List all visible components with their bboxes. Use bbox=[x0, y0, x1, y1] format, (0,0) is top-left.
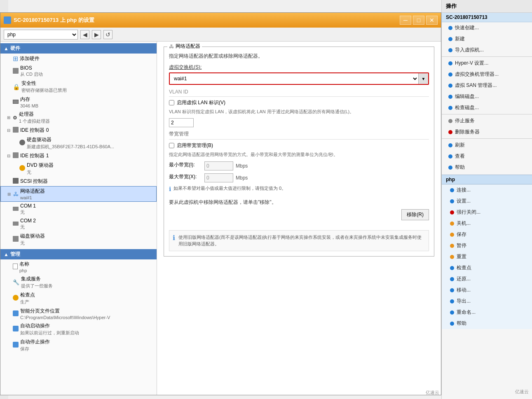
quick-create-label: 快速创建... bbox=[455, 24, 479, 31]
sidebar-item-quick-create[interactable]: 快速创建... bbox=[442, 22, 532, 33]
autostop-icon bbox=[13, 342, 19, 349]
tree-item-dvd0[interactable]: DVD 驱动器 无 bbox=[0, 161, 157, 177]
section-title-label: 网络适配器 bbox=[176, 43, 200, 50]
maximize-button[interactable]: □ bbox=[413, 16, 424, 25]
sidebar-item-force-close[interactable]: 强行关闭... bbox=[442, 207, 532, 218]
autostart-label-group: 自动启动操作 如果以前运行过，则重新启动 bbox=[20, 322, 79, 336]
name-label: 名称 bbox=[19, 261, 29, 268]
tree-item-com1[interactable]: COM 1 无 bbox=[0, 202, 157, 217]
disk0-label-group: 硬盘驱动器 新建虚拟机_35B6F2E7-72B1-41D5-B60A... bbox=[27, 136, 114, 150]
reset-icon bbox=[450, 255, 454, 259]
sidebar-item-checkpoint[interactable]: 检查点 bbox=[442, 262, 532, 273]
virtual-switch-label: 虚拟交换机(S): bbox=[169, 64, 429, 71]
sidebar-item-save[interactable]: 保存 bbox=[442, 229, 532, 240]
server-section-title: SC-201807150713 bbox=[442, 13, 532, 22]
sidebar-item-switch-manager[interactable]: 虚拟交换机管理器... bbox=[442, 69, 532, 80]
sidebar-item-refresh[interactable]: 刷新 bbox=[442, 140, 532, 151]
hyperv-settings-label: Hyper-V 设置... bbox=[455, 60, 488, 67]
minimize-button[interactable]: ─ bbox=[400, 16, 411, 25]
sidebar-item-shutdown[interactable]: 关机... bbox=[442, 218, 532, 229]
autostop-label: 自动停止操作 bbox=[20, 338, 50, 345]
name-label-group: 名称 php bbox=[19, 261, 29, 273]
sidebar-item-stop-service[interactable]: 停止服务 bbox=[442, 115, 532, 126]
tree-item-ide0[interactable]: ⊟ IDE 控制器 0 bbox=[0, 126, 157, 135]
ide1-label: IDE 控制器 1 bbox=[20, 152, 49, 159]
tree-item-smart-paging[interactable]: 智能分页文件位置 C:\ProgramData\Microsoft\Window… bbox=[0, 306, 157, 321]
sidebar-item-restore[interactable]: 还原... bbox=[442, 273, 532, 285]
tree-item-security[interactable]: 🔒 安全性 密钥存储驱动器已禁用 bbox=[0, 79, 157, 95]
forward-button[interactable]: ▶ bbox=[92, 30, 101, 39]
autostop-sublabel: 保存 bbox=[20, 346, 50, 352]
scsi-label: SCSI 控制器 bbox=[20, 178, 48, 185]
info-icon: ℹ bbox=[169, 186, 171, 192]
tree-item-autostop[interactable]: 自动停止操作 保存 bbox=[0, 337, 157, 353]
window-app-icon bbox=[4, 16, 11, 24]
tree-item-add-hardware[interactable]: ⊞ 添加硬件 bbox=[0, 54, 157, 64]
sidebar-item-new[interactable]: 新建 bbox=[442, 33, 532, 44]
min-bandwidth-input[interactable] bbox=[204, 161, 233, 170]
sidebar-item-import-vm[interactable]: 导入虚拟机... bbox=[442, 44, 532, 56]
tree-item-autostart[interactable]: 自动启动操作 如果以前运行过，则重新启动 bbox=[0, 321, 157, 337]
tree-item-scsi[interactable]: SCSI 控制器 bbox=[0, 177, 157, 186]
vlan-id-input[interactable] bbox=[169, 118, 194, 127]
tree-item-checkpoint[interactable]: 检查点 生产 bbox=[0, 290, 157, 306]
dropdown-arrow-icon[interactable]: ▼ bbox=[418, 73, 428, 84]
virtual-switch-select[interactable]: wai#1 bbox=[170, 73, 418, 84]
checkpoint-label: 检查点 bbox=[20, 292, 35, 299]
sidebar-item-inspect-disk[interactable]: 检查磁盘... bbox=[442, 102, 532, 113]
vm-selector[interactable]: php bbox=[4, 30, 78, 40]
tree-item-processor[interactable]: ⊞ ⚙ 处理器 1 个虚拟处理器 bbox=[0, 110, 157, 126]
sidebar-item-export[interactable]: 导出... bbox=[442, 296, 532, 307]
enable-bandwidth-checkbox[interactable] bbox=[169, 143, 174, 148]
hardware-section-header[interactable]: ▲ 硬件 bbox=[0, 43, 157, 54]
sidebar-item-pause[interactable]: 暂停 bbox=[442, 240, 532, 251]
checkpoint-vm-icon bbox=[450, 266, 454, 270]
detail-panel: 🖧 网络适配器 指定网络适配器的配置或移除网络适配器。 虚拟交换机(S): wa… bbox=[157, 42, 441, 395]
sidebar-item-rename[interactable]: 重命名... bbox=[442, 307, 532, 318]
enable-vlan-label[interactable]: 启用虚拟 LAN 标识(V) bbox=[177, 99, 225, 106]
section-description: 指定网络适配器的配置或移除网络适配器。 bbox=[169, 53, 429, 60]
import-label: 导入虚拟机... bbox=[455, 47, 484, 54]
san-manager-label: 虚拟 SAN 管理器... bbox=[455, 82, 497, 89]
tree-item-ide1[interactable]: ⊟ IDE 控制器 1 bbox=[0, 151, 157, 161]
sidebar-item-connect[interactable]: 连接... bbox=[442, 184, 532, 196]
enable-vlan-checkbox[interactable] bbox=[169, 100, 174, 105]
processor-sublabel: 1 个虚拟处理器 bbox=[19, 118, 50, 124]
sidebar-item-move[interactable]: 移动... bbox=[442, 285, 532, 296]
refresh-button[interactable]: ↺ bbox=[103, 30, 112, 39]
enable-bandwidth-label[interactable]: 启用带宽管理(B) bbox=[177, 142, 213, 149]
tree-item-bios[interactable]: BIOS 从 CD 启动 bbox=[0, 64, 157, 79]
max-bandwidth-input[interactable] bbox=[204, 173, 233, 182]
sidebar-item-san-manager[interactable]: 虚拟 SAN 管理器... bbox=[442, 80, 532, 91]
security-sublabel: 密钥存储驱动器已禁用 bbox=[21, 87, 67, 93]
sidebar-item-view[interactable]: 查看 bbox=[442, 151, 532, 162]
force-close-label: 强行关闭... bbox=[457, 209, 480, 216]
tree-item-disk0[interactable]: 硬盘驱动器 新建虚拟机_35B6F2E7-72B1-41D5-B60A... bbox=[0, 135, 157, 151]
network-label-group: 网络适配器 wai#1 bbox=[20, 188, 45, 200]
vlan-description: VLAN 标识符指定虚拟 LAN，该虚拟机将此 LAN 用于通过此网络适配器的所… bbox=[169, 109, 429, 115]
remove-button[interactable]: 移除(R) bbox=[401, 209, 429, 220]
back-button[interactable]: ◀ bbox=[80, 30, 89, 39]
sidebar-item-edit-disk[interactable]: 编辑磁盘... bbox=[442, 91, 532, 102]
memory-sublabel: 3046 MB bbox=[20, 103, 38, 108]
sidebar-item-remove-server[interactable]: 删除服务器 bbox=[442, 126, 532, 138]
virtual-switch-dropdown[interactable]: wai#1 ▼ bbox=[169, 72, 429, 85]
management-section-header[interactable]: ▲ 管理 bbox=[0, 249, 157, 259]
help2-icon bbox=[450, 322, 454, 326]
tree-item-storage[interactable]: 磁盘驱动器 无 bbox=[0, 231, 157, 247]
tree-item-network[interactable]: ⊞ 🖧 网络适配器 wai#1 bbox=[0, 186, 157, 202]
sidebar-item-help2[interactable]: 帮助 bbox=[442, 318, 532, 329]
bios-sublabel: 从 CD 启动 bbox=[20, 71, 43, 77]
tree-item-memory[interactable]: 内存 3046 MB bbox=[0, 95, 157, 110]
sidebar-item-reset[interactable]: 重置 bbox=[442, 251, 532, 262]
sidebar-item-help[interactable]: 帮助 bbox=[442, 162, 532, 173]
close-button[interactable]: ✕ bbox=[426, 16, 438, 25]
integration-label: 集成服务 bbox=[21, 275, 53, 282]
tree-item-name[interactable]: 名称 php bbox=[0, 259, 157, 274]
sidebar-item-settings[interactable]: 设置... bbox=[442, 196, 532, 207]
reset-label: 重置 bbox=[457, 253, 466, 260]
sidebar-item-hyperv-settings[interactable]: Hyper-V 设置... bbox=[442, 58, 532, 69]
tree-item-integration[interactable]: 🔧 集成服务 提供了一些服务 bbox=[0, 274, 157, 290]
tree-item-com2[interactable]: COM 2 无 bbox=[0, 217, 157, 231]
checkpoint-icon bbox=[13, 295, 19, 302]
